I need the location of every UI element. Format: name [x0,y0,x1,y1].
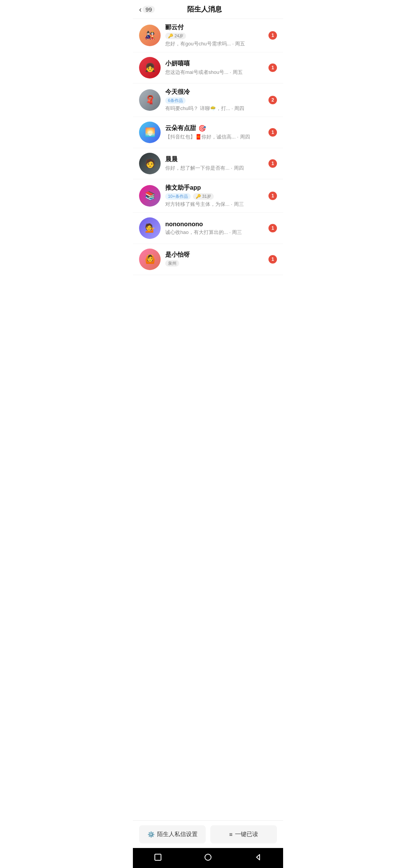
nav-square-button[interactable] [153,852,163,863]
message-meta: 1 [268,63,277,72]
avatar: 🙆 [139,249,161,270]
avatar: 🌅 [139,122,161,143]
avatar: 🧑 [139,153,161,174]
tags-row: 泉州 [165,260,265,267]
list-item[interactable]: 👧小妍嘻嘻您这边有mai号或者shou号... · 周五1 [133,52,283,83]
back-count: 99 [143,6,155,13]
avatar: 👧 [139,57,161,78]
message-content: nonononono诚心收hao，有大打算出的... · 周三 [165,221,265,236]
read-all-icon: ≡ [229,831,233,838]
list-item[interactable]: 🧑晨晨你好，想了解一下你是否有... · 周四1 [133,148,283,179]
message-preview: 对方转移了账号主体，为保... · 周三 [165,201,265,208]
tags-row: 10+条作品🔑31岁 [165,193,265,200]
message-preview: 【抖音红包】🧧你好，诚信高... · 周四 [165,134,265,140]
tags-row: 6条作品 [165,97,265,104]
list-item[interactable]: 🧣今天很冷6条作品有吗要chu吗？ 详聊😶‍🌫️，打... · 周四2 [133,83,283,117]
name-row: 今天很冷 [165,88,265,96]
name-row: 推文助手app [165,184,265,192]
avatar: 📚 [139,185,161,207]
message-content: 郦云付🔑24岁您好，有gou号chu号需求吗... · 周五 [165,23,265,47]
list-item[interactable]: 📚推文助手app10+条作品🔑31岁对方转移了账号主体，为保... · 周三1 [133,179,283,213]
name-suffix-icon: 🎯 [198,125,206,132]
svg-rect-0 [155,854,161,860]
message-content: 小妍嘻嘻您这边有mai号或者shou号... · 周五 [165,60,265,76]
unread-badge: 1 [268,224,277,232]
read-all-label: 一键已读 [235,831,258,838]
tag-text: 31岁 [202,194,211,199]
back-arrow-icon: ‹ [139,5,142,13]
unread-badge: 1 [268,192,277,200]
tag: 6条作品 [165,97,186,104]
name-row: 云朵有点甜🎯 [165,124,265,132]
tag-text: 10+条作品 [168,194,188,199]
message-content: 推文助手app10+条作品🔑31岁对方转移了账号主体，为保... · 周三 [165,184,265,208]
contact-name: 郦云付 [165,23,184,32]
message-preview: 您好，有gou号chu号需求吗... · 周五 [165,40,265,47]
contact-name: 小妍嘻嘻 [165,60,190,68]
tag-text: 6条作品 [168,98,183,103]
name-row: 是小怡呀 [165,251,265,259]
list-item[interactable]: 💁nonononono诚心收hao，有大打算出的... · 周三1 [133,213,283,244]
message-preview: 您这边有mai号或者shou号... · 周五 [165,69,265,76]
unread-badge: 1 [268,31,277,40]
tag: 🔑31岁 [193,193,214,200]
name-row: nonononono [165,221,265,228]
settings-button[interactable]: ⚙️ 陌生人私信设置 [139,825,206,843]
unread-badge: 2 [268,96,277,104]
contact-name: 晨晨 [165,155,178,164]
name-row: 小妍嘻嘻 [165,60,265,68]
tags-row: 🔑24岁 [165,33,265,39]
tag-text: 24岁 [174,33,183,39]
message-content: 今天很冷6条作品有吗要chu吗？ 详聊😶‍🌫️，打... · 周四 [165,88,265,112]
contact-name: 今天很冷 [165,88,190,96]
bottom-bar: ⚙️ 陌生人私信设置 ≡ 一键已读 [133,820,283,848]
message-meta: 1 [268,159,277,168]
svg-point-1 [205,854,211,860]
unread-badge: 1 [268,255,277,264]
nav-back-button[interactable] [253,852,263,863]
message-meta: 1 [268,192,277,200]
tag: 泉州 [165,260,179,267]
contact-name: nonononono [165,221,203,228]
message-preview: 你好，想了解一下你是否有... · 周四 [165,165,265,172]
tag: 🔑24岁 [165,33,186,39]
message-list: 🎎郦云付🔑24岁您好，有gou号chu号需求吗... · 周五1👧小妍嘻嘻您这边… [133,19,283,820]
message-meta: 1 [268,128,277,137]
avatar: 🧣 [139,89,161,111]
nav-bar [133,848,283,868]
back-button[interactable]: ‹ 99 [139,5,155,13]
contact-name: 是小怡呀 [165,251,190,259]
tag-icon: 🔑 [196,194,201,199]
message-preview: 诚心收hao，有大打算出的... · 周三 [165,229,265,236]
settings-icon: ⚙️ [148,831,155,838]
unread-badge: 1 [268,159,277,168]
tag: 10+条作品 [165,193,191,200]
message-meta: 1 [268,224,277,232]
settings-label: 陌生人私信设置 [157,831,198,838]
list-item[interactable]: 🙆是小怡呀泉州1 [133,244,283,275]
avatar: 💁 [139,217,161,239]
name-row: 郦云付 [165,23,265,32]
list-item[interactable]: 🎎郦云付🔑24岁您好，有gou号chu号需求吗... · 周五1 [133,19,283,52]
name-row: 晨晨 [165,155,265,164]
unread-badge: 1 [268,63,277,72]
nav-home-button[interactable] [203,852,213,863]
contact-name: 云朵有点甜 [165,124,196,132]
list-item[interactable]: 🌅云朵有点甜🎯【抖音红包】🧧你好，诚信高... · 周四1 [133,117,283,148]
message-content: 是小怡呀泉州 [165,251,265,268]
unread-badge: 1 [268,128,277,137]
tag-icon: 🔑 [168,33,173,38]
message-meta: 1 [268,255,277,264]
svg-marker-2 [257,855,260,860]
read-all-button[interactable]: ≡ 一键已读 [210,825,277,843]
message-content: 云朵有点甜🎯【抖音红包】🧧你好，诚信高... · 周四 [165,124,265,140]
avatar: 🎎 [139,25,161,46]
page-title: 陌生人消息 [155,5,254,14]
message-meta: 1 [268,31,277,40]
message-meta: 2 [268,96,277,104]
contact-name: 推文助手app [165,184,201,192]
message-content: 晨晨你好，想了解一下你是否有... · 周四 [165,155,265,172]
message-preview: 有吗要chu吗？ 详聊😶‍🌫️，打... · 周四 [165,105,265,112]
header: ‹ 99 陌生人消息 [133,0,283,19]
